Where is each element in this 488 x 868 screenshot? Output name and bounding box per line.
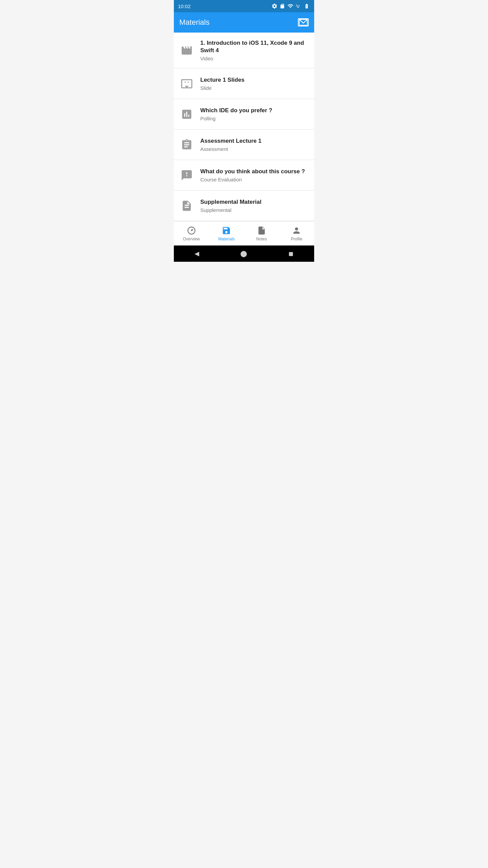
item-subtitle: Assessment — [200, 146, 309, 152]
item-subtitle: Slide — [200, 85, 309, 91]
slide-icon — [179, 76, 194, 91]
status-icons — [271, 3, 310, 9]
nav-item-overview[interactable]: Overview — [174, 221, 209, 245]
assessment-icon — [179, 137, 194, 152]
bottom-navigation: Overview Materials Notes Profile — [174, 221, 314, 245]
nav-item-materials[interactable]: Materials — [209, 221, 244, 245]
item-title: Lecture 1 Slides — [200, 76, 309, 84]
nav-item-profile[interactable]: Profile — [279, 221, 314, 245]
item-subtitle: Supplemental — [200, 207, 309, 213]
nav-label-profile: Profile — [291, 237, 302, 241]
status-bar: 10:02 — [174, 0, 314, 12]
compass-icon — [187, 226, 196, 235]
back-button[interactable]: ◀ — [195, 250, 199, 257]
item-text: Supplemental Material Supplemental — [200, 198, 309, 213]
item-title: Which IDE do you prefer ? — [200, 107, 309, 114]
list-item[interactable]: Lecture 1 Slides Slide — [174, 68, 314, 99]
item-text: Which IDE do you prefer ? Polling — [200, 107, 309, 121]
item-subtitle: Video — [200, 56, 309, 61]
recent-button[interactable]: ◼ — [288, 250, 293, 257]
page-header: Materials — [174, 12, 314, 33]
supplemental-icon — [179, 198, 194, 213]
nav-item-notes[interactable]: Notes — [244, 221, 279, 245]
home-button[interactable]: ⬤ — [240, 250, 247, 257]
item-title: Assessment Lecture 1 — [200, 137, 309, 145]
item-text: What do you think about this course ? Co… — [200, 168, 309, 182]
list-item[interactable]: Assessment Lecture 1 Assessment — [174, 130, 314, 160]
signal-icon — [296, 3, 301, 9]
list-item[interactable]: Which IDE do you prefer ? Polling — [174, 99, 314, 130]
polling-icon — [179, 107, 194, 122]
page-title: Materials — [179, 18, 209, 27]
person-icon — [292, 226, 301, 235]
mail-icon[interactable] — [298, 18, 309, 26]
note-icon — [257, 226, 266, 235]
item-text: 1. Introduction to iOS 11, Xcode 9 and S… — [200, 39, 309, 61]
item-text: Assessment Lecture 1 Assessment — [200, 137, 309, 152]
item-title: 1. Introduction to iOS 11, Xcode 9 and S… — [200, 39, 309, 54]
nav-label-overview: Overview — [183, 237, 200, 241]
item-subtitle: Polling — [200, 116, 309, 121]
materials-list: 1. Introduction to iOS 11, Xcode 9 and S… — [174, 33, 314, 221]
battery-icon — [303, 3, 310, 9]
sd-card-icon — [280, 3, 285, 9]
item-title: What do you think about this course ? — [200, 168, 309, 175]
save-icon — [222, 226, 231, 235]
settings-icon — [271, 3, 278, 9]
list-item[interactable]: Supplemental Material Supplemental — [174, 191, 314, 221]
list-item[interactable]: What do you think about this course ? Co… — [174, 160, 314, 191]
evaluation-icon — [179, 168, 194, 183]
list-item[interactable]: 1. Introduction to iOS 11, Xcode 9 and S… — [174, 33, 314, 68]
nav-label-notes: Notes — [256, 237, 267, 241]
wifi-icon — [287, 3, 294, 9]
item-text: Lecture 1 Slides Slide — [200, 76, 309, 91]
status-time: 10:02 — [178, 3, 191, 9]
nav-label-materials: Materials — [218, 237, 235, 241]
system-nav-bar: ◀ ⬤ ◼ — [174, 245, 314, 262]
video-icon — [179, 43, 194, 58]
item-subtitle: Course Evaluation — [200, 177, 309, 182]
item-title: Supplemental Material — [200, 198, 309, 206]
